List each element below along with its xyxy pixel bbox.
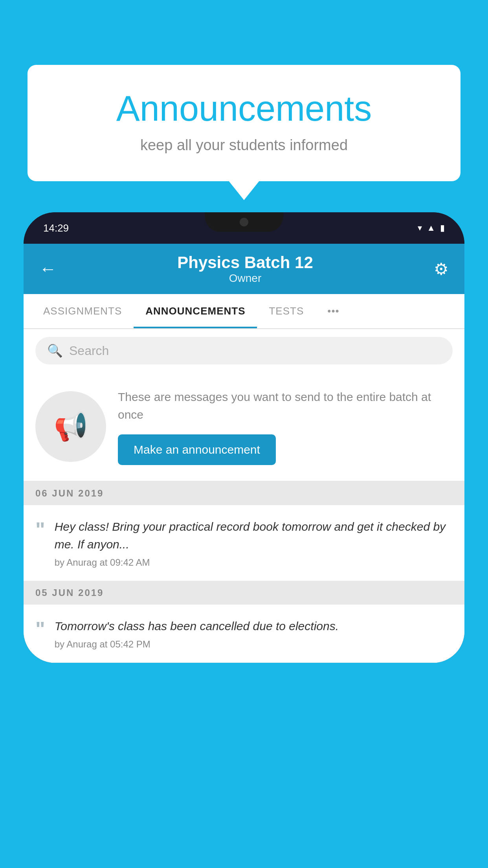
search-bar[interactable]: 🔍 Search <box>35 337 453 364</box>
bubble-title: Announcements <box>59 88 429 129</box>
phone: 14:29 ▾ ▲ ▮ ← Physics Batch 12 Owner ⚙ A… <box>24 212 464 663</box>
quote-icon-1: " <box>35 519 45 540</box>
status-icons: ▾ ▲ ▮ <box>418 223 445 233</box>
speech-bubble: Announcements keep all your students inf… <box>28 65 460 181</box>
speech-bubble-area: Announcements keep all your students inf… <box>28 65 460 181</box>
bubble-subtitle: keep all your students informed <box>59 137 429 154</box>
date-separator-2: 05 JUN 2019 <box>24 581 464 605</box>
promo-description: These are messages you want to send to t… <box>118 388 453 423</box>
batch-role: Owner <box>177 272 313 285</box>
announcement-text-2: Tomorrow's class has been cancelled due … <box>55 617 453 635</box>
quote-icon-2: " <box>35 619 45 639</box>
status-bar: 14:29 ▾ ▲ ▮ <box>24 212 464 244</box>
tab-assignments[interactable]: ASSIGNMENTS <box>31 294 134 328</box>
wifi-icon: ▾ <box>418 223 422 233</box>
announcement-text-block-2: Tomorrow's class has been cancelled due … <box>55 617 453 650</box>
tab-announcements[interactable]: ANNOUNCEMENTS <box>134 294 257 328</box>
status-time: 14:29 <box>43 222 69 234</box>
promo-card: 📢 These are messages you want to send to… <box>24 372 464 482</box>
battery-icon: ▮ <box>440 223 445 233</box>
announcement-item-2[interactable]: " Tomorrow's class has been cancelled du… <box>24 605 464 663</box>
camera <box>240 218 248 226</box>
search-input[interactable]: Search <box>69 344 109 358</box>
promo-icon-circle: 📢 <box>35 391 106 462</box>
phone-notch <box>205 212 283 232</box>
promo-right: These are messages you want to send to t… <box>118 388 453 465</box>
search-container: 🔍 Search <box>24 329 464 372</box>
phone-wrapper: 14:29 ▾ ▲ ▮ ← Physics Batch 12 Owner ⚙ A… <box>24 212 464 868</box>
date-separator-1: 06 JUN 2019 <box>24 482 464 505</box>
batch-title: Physics Batch 12 <box>177 253 313 272</box>
back-button[interactable]: ← <box>39 259 57 279</box>
make-announcement-button[interactable]: Make an announcement <box>118 434 276 465</box>
megaphone-icon: 📢 <box>54 410 88 443</box>
announcement-text-block-1: Hey class! Bring your practical record b… <box>55 518 453 568</box>
settings-icon[interactable]: ⚙ <box>434 259 449 279</box>
search-icon: 🔍 <box>47 343 63 358</box>
app-bar-center: Physics Batch 12 Owner <box>177 253 313 285</box>
tab-more[interactable]: ••• <box>316 294 351 328</box>
announcement-text-1: Hey class! Bring your practical record b… <box>55 518 453 553</box>
announcement-meta-2: by Anurag at 05:42 PM <box>55 639 453 650</box>
app-bar: ← Physics Batch 12 Owner ⚙ <box>24 244 464 294</box>
screen-content: 🔍 Search 📢 These are messages you want t… <box>24 329 464 663</box>
tabs-bar: ASSIGNMENTS ANNOUNCEMENTS TESTS ••• <box>24 294 464 329</box>
tab-tests[interactable]: TESTS <box>257 294 316 328</box>
announcement-item-1[interactable]: " Hey class! Bring your practical record… <box>24 505 464 581</box>
announcement-meta-1: by Anurag at 09:42 AM <box>55 557 453 568</box>
signal-icon: ▲ <box>427 223 435 233</box>
